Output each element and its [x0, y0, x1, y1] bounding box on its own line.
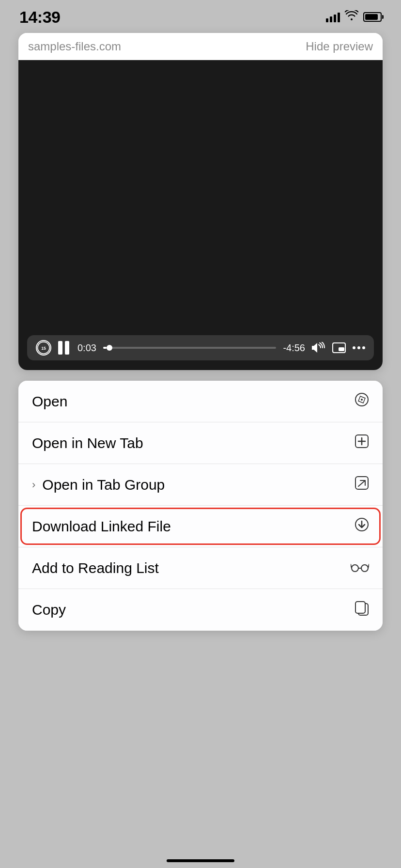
- svg-point-7: [357, 346, 360, 349]
- svg-point-6: [353, 346, 355, 349]
- menu-item-open-left: Open: [32, 393, 67, 410]
- status-time: 14:39: [19, 8, 60, 27]
- svg-point-8: [362, 346, 365, 349]
- svg-rect-3: [65, 341, 69, 355]
- menu-item-new-tab[interactable]: Open in New Tab: [18, 422, 383, 464]
- copy-icon: [355, 601, 369, 620]
- square-plus-icon: [355, 434, 369, 452]
- video-controls: 15 0:03 -4:56: [27, 335, 374, 360]
- svg-point-11: [361, 399, 363, 401]
- time-remaining: -4:56: [283, 342, 305, 354]
- signal-icon: [326, 12, 340, 22]
- status-bar: 14:39: [0, 0, 401, 29]
- volume-button[interactable]: [312, 342, 325, 354]
- battery-icon: [363, 12, 382, 22]
- context-menu: Open Open in New Tab › Open in Tab Group: [18, 381, 383, 631]
- svg-line-16: [358, 480, 365, 486]
- wifi-icon: [345, 10, 358, 24]
- pause-button[interactable]: [58, 341, 71, 355]
- menu-item-reading-list[interactable]: Add to Reading List: [18, 547, 383, 589]
- home-indicator: [167, 859, 234, 862]
- menu-item-tab-group[interactable]: › Open in Tab Group: [18, 464, 383, 506]
- menu-item-copy[interactable]: Copy: [18, 589, 383, 631]
- svg-line-22: [351, 564, 352, 568]
- video-area: 15 0:03 -4:56: [18, 60, 383, 370]
- pip-button[interactable]: [332, 342, 346, 353]
- signal-bar-2: [330, 16, 332, 22]
- preview-url: samples-files.com: [28, 40, 121, 53]
- signal-bar-3: [334, 15, 336, 22]
- more-button[interactable]: [353, 346, 365, 350]
- chevron-icon: ›: [32, 479, 35, 491]
- glasses-icon: [351, 560, 369, 576]
- compass-icon: [355, 392, 369, 410]
- download-circle-icon: [355, 517, 369, 535]
- svg-point-19: [352, 565, 358, 572]
- preview-header: samples-files.com Hide preview: [18, 33, 383, 60]
- menu-reading-list-label: Add to Reading List: [32, 560, 159, 576]
- menu-item-download[interactable]: Download Linked File: [18, 506, 383, 547]
- menu-new-tab-label: Open in New Tab: [32, 435, 143, 451]
- menu-item-reading-list-left: Add to Reading List: [32, 560, 159, 576]
- svg-point-20: [361, 565, 368, 572]
- signal-bar-1: [326, 18, 328, 22]
- square-arrow-icon: [355, 476, 369, 494]
- signal-bar-4: [338, 13, 340, 22]
- battery-fill: [365, 14, 378, 20]
- svg-line-23: [368, 564, 369, 568]
- svg-rect-25: [355, 602, 365, 613]
- progress-thumb: [107, 345, 112, 351]
- menu-item-copy-left: Copy: [32, 602, 66, 618]
- hide-preview-button[interactable]: Hide preview: [306, 40, 373, 53]
- menu-item-open[interactable]: Open: [18, 381, 383, 422]
- menu-copy-label: Copy: [32, 602, 66, 618]
- progress-bar[interactable]: [103, 347, 276, 349]
- status-icons: [326, 10, 382, 24]
- skip-back-button[interactable]: 15: [36, 340, 51, 356]
- menu-item-tab-group-left: › Open in Tab Group: [32, 477, 165, 493]
- svg-rect-5: [339, 347, 344, 351]
- preview-card: samples-files.com Hide preview 15 0:03: [18, 33, 383, 370]
- menu-item-new-tab-left: Open in New Tab: [32, 435, 143, 451]
- svg-rect-2: [58, 341, 62, 355]
- current-time: 0:03: [77, 342, 96, 354]
- menu-download-label: Download Linked File: [32, 518, 171, 535]
- svg-text:15: 15: [41, 346, 46, 351]
- progress-fill: [103, 347, 107, 349]
- menu-open-label: Open: [32, 393, 67, 410]
- menu-tab-group-label: Open in Tab Group: [42, 477, 165, 493]
- menu-item-download-left: Download Linked File: [32, 518, 171, 535]
